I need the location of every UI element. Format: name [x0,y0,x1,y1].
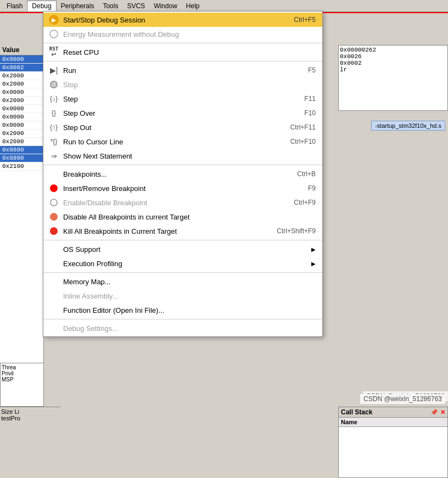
run-to-cursor-icon: *{} [48,136,60,147]
menu-item-label: Stop [63,81,316,89]
step-out-icon: {↑} [48,122,60,133]
start-debug-icon: ▶ [48,14,60,25]
submenu-arrow-icon: ▶ [311,261,316,267]
menu-item-shortcut: F10 [304,109,316,117]
menu-item-run[interactable]: ▶| Run F5 [43,63,322,77]
memory-map-icon [48,276,60,287]
menu-item-step[interactable]: {↓} Step F11 [43,92,322,106]
step-icon: {↓} [48,93,60,104]
separator [43,165,322,165]
menu-item-breakpoints[interactable]: Breakpoints... Ctrl+B [43,167,322,181]
menu-item-label: Run [63,66,297,75]
insert-breakpoint-icon [48,183,60,194]
enable-disable-bp-icon [48,197,60,208]
menu-item-function-editor[interactable]: Function Editor (Open Ini File)... [43,303,322,317]
menu-item-shortcut: Ctrl+F5 [294,16,316,24]
reset-icon: RST ↩ [48,47,60,58]
menu-item-label: Start/Stop Debug Session [63,16,283,24]
menu-item-label: Step Out [63,123,279,132]
separator [43,43,322,43]
kill-all-bp-icon [48,226,60,237]
menu-item-label: Reset CPU [63,48,316,57]
separator [43,240,322,240]
step-over-icon: {} [48,108,60,119]
menu-item-shortcut: Ctrl+Shift+F9 [277,227,316,235]
menu-item-shortcut: Ctrl+F11 [290,123,316,131]
menu-item-os-support[interactable]: OS Support ▶ [43,242,322,256]
menu-item-show-next[interactable]: ⇒ Show Next Statement [43,149,322,163]
run-icon: ▶| [48,65,60,76]
menu-item-kill-all-breakpoints[interactable]: Kill All Breakpoints in Current Target C… [43,224,322,238]
submenu-arrow-icon: ▶ [311,246,316,252]
menu-item-disable-all-breakpoints[interactable]: Disable All Breakpoints in current Targe… [43,210,322,224]
menu-item-label: Step [63,95,293,103]
menu-item-label: Debug Settings... [63,324,316,333]
menu-item-label: Memory Map... [63,278,316,286]
menu-item-start-stop-debug[interactable]: ▶ Start/Stop Debug Session Ctrl+F5 [43,13,322,27]
menu-item-label: Kill All Breakpoints in Current Target [63,227,266,235]
menu-item-label: Inline Assembly... [63,292,316,300]
menu-item-label: Insert/Remove Breakpoint [63,184,297,193]
menu-item-label: Show Next Statement [63,152,316,160]
menu-item-insert-breakpoint[interactable]: Insert/Remove Breakpoint F9 [43,181,322,195]
menu-item-label: Disable All Breakpoints in current Targe… [63,213,316,221]
menu-item-shortcut: F5 [308,66,316,74]
menu-item-label: Execution Profiling [63,260,307,268]
menu-item-shortcut: Ctrl+B [297,170,316,178]
separator [43,319,322,319]
menu-item-enable-disable-breakpoint: Enable/Disable Breakpoint Ctrl+F9 [43,195,322,210]
os-support-icon [48,244,60,255]
function-editor-icon [48,305,60,316]
breakpoints-icon [48,168,60,179]
show-next-icon: ⇒ [48,150,60,161]
menu-item-label: Function Editor (Open Ini File)... [63,306,316,314]
menu-item-shortcut: F11 [304,95,316,103]
menu-item-stop: Stop [43,77,322,92]
dropdown-overlay[interactable]: ▶ Start/Stop Debug Session Ctrl+F5 Energ… [0,0,448,478]
separator [43,272,322,273]
menu-item-debug-settings: Debug Settings... [43,321,322,335]
debug-dropdown-menu: ▶ Start/Stop Debug Session Ctrl+F5 Energ… [43,11,323,337]
menu-item-shortcut: Ctrl+F10 [290,138,316,145]
menu-item-shortcut: F9 [308,184,316,192]
menu-item-run-to-cursor[interactable]: *{} Run to Cursor Line Ctrl+F10 [43,134,322,149]
menu-item-inline-assembly: Inline Assembly... [43,289,322,303]
menu-item-reset-cpu[interactable]: RST ↩ Reset CPU [43,45,322,59]
menu-item-label: Breakpoints... [63,170,286,178]
menu-item-label: Energy Measurement without Debug [63,30,316,38]
menu-item-memory-map[interactable]: Memory Map... [43,274,322,289]
menu-item-label: Enable/Disable Breakpoint [63,199,283,207]
menu-item-execution-profiling[interactable]: Execution Profiling ▶ [43,256,322,271]
menu-item-label: Run to Cursor Line [63,138,279,146]
stop-icon [48,79,60,90]
separator [43,61,322,61]
disable-all-bp-icon [48,211,60,222]
menu-item-step-out[interactable]: {↑} Step Out Ctrl+F11 [43,120,322,134]
menu-item-step-over[interactable]: {} Step Over F10 [43,106,322,120]
debug-settings-icon [48,323,60,334]
menu-item-label: OS Support [63,245,307,254]
menu-item-energy-measurement: Energy Measurement without Debug [43,27,322,41]
execution-profiling-icon [48,258,60,269]
inline-assembly-icon [48,290,60,301]
menu-item-label: Step Over [63,109,293,117]
energy-icon [48,29,60,40]
menu-item-shortcut: Ctrl+F9 [294,199,316,206]
